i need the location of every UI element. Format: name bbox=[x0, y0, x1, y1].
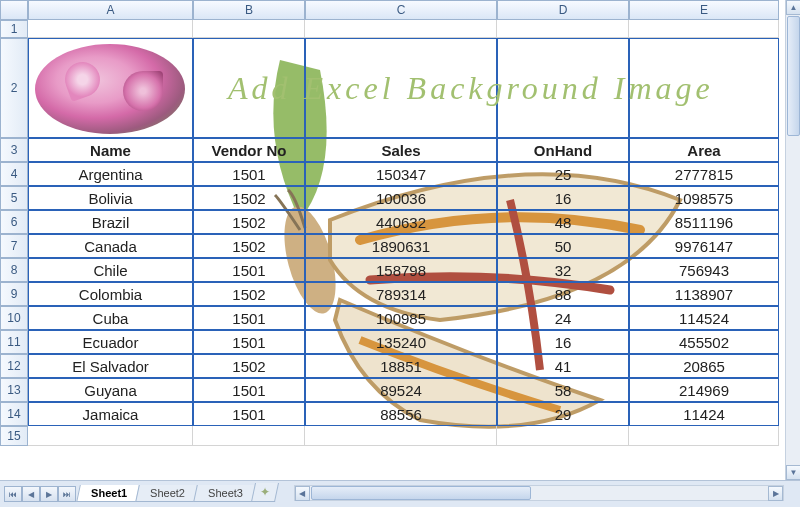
cell[interactable] bbox=[193, 426, 305, 446]
table-cell[interactable]: El Salvador bbox=[28, 354, 193, 378]
cell[interactable] bbox=[629, 38, 779, 138]
table-header-cell[interactable]: Name bbox=[28, 138, 193, 162]
worksheet-area[interactable]: ABCDE123NameVendor NoSalesOnHandArea4Arg… bbox=[0, 0, 785, 480]
table-cell[interactable]: 48 bbox=[497, 210, 629, 234]
sheet-tab[interactable]: Sheet2 bbox=[135, 485, 199, 502]
table-cell[interactable]: 11424 bbox=[629, 402, 779, 426]
table-cell[interactable]: Guyana bbox=[28, 378, 193, 402]
column-header[interactable]: E bbox=[629, 0, 779, 20]
table-cell[interactable]: 58 bbox=[497, 378, 629, 402]
table-cell[interactable]: 16 bbox=[497, 330, 629, 354]
table-cell[interactable]: Cuba bbox=[28, 306, 193, 330]
row-header[interactable]: 11 bbox=[0, 330, 28, 354]
row-header[interactable]: 15 bbox=[0, 426, 28, 446]
row-header[interactable]: 4 bbox=[0, 162, 28, 186]
cell[interactable] bbox=[305, 426, 497, 446]
horizontal-scroll-thumb[interactable] bbox=[311, 486, 531, 500]
vertical-scrollbar[interactable]: ▲ ▼ bbox=[785, 0, 800, 480]
table-cell[interactable]: 1138907 bbox=[629, 282, 779, 306]
table-cell[interactable]: 1502 bbox=[193, 186, 305, 210]
table-cell[interactable]: 50 bbox=[497, 234, 629, 258]
cell[interactable] bbox=[497, 426, 629, 446]
nav-last-icon[interactable]: ⏭ bbox=[58, 486, 76, 502]
table-cell[interactable]: 1501 bbox=[193, 162, 305, 186]
table-cell[interactable]: 1501 bbox=[193, 402, 305, 426]
table-cell[interactable]: Colombia bbox=[28, 282, 193, 306]
table-cell[interactable]: Jamaica bbox=[28, 402, 193, 426]
table-cell[interactable]: 114524 bbox=[629, 306, 779, 330]
nav-prev-icon[interactable]: ◀ bbox=[22, 486, 40, 502]
cell[interactable] bbox=[497, 38, 629, 138]
column-header[interactable]: A bbox=[28, 0, 193, 20]
cell[interactable] bbox=[305, 20, 497, 38]
table-cell[interactable]: Chile bbox=[28, 258, 193, 282]
new-sheet-button[interactable]: ✦ bbox=[251, 483, 279, 502]
table-cell[interactable]: 9976147 bbox=[629, 234, 779, 258]
cell[interactable] bbox=[629, 426, 779, 446]
table-cell[interactable]: 150347 bbox=[305, 162, 497, 186]
table-cell[interactable]: 1501 bbox=[193, 378, 305, 402]
horizontal-scrollbar[interactable]: ◀ ▶ bbox=[294, 485, 784, 501]
table-cell[interactable]: Ecuador bbox=[28, 330, 193, 354]
table-cell[interactable]: 8511196 bbox=[629, 210, 779, 234]
sheet-tab[interactable]: Sheet1 bbox=[76, 485, 142, 502]
table-cell[interactable]: 1501 bbox=[193, 258, 305, 282]
table-cell[interactable]: 29 bbox=[497, 402, 629, 426]
table-cell[interactable]: 1890631 bbox=[305, 234, 497, 258]
table-cell[interactable]: 1501 bbox=[193, 306, 305, 330]
table-cell[interactable]: 158798 bbox=[305, 258, 497, 282]
nav-next-icon[interactable]: ▶ bbox=[40, 486, 58, 502]
table-cell[interactable]: 88556 bbox=[305, 402, 497, 426]
table-cell[interactable]: 1502 bbox=[193, 282, 305, 306]
cell[interactable] bbox=[193, 38, 305, 138]
table-cell[interactable]: 100036 bbox=[305, 186, 497, 210]
table-header-cell[interactable]: OnHand bbox=[497, 138, 629, 162]
table-cell[interactable]: Brazil bbox=[28, 210, 193, 234]
row-header[interactable]: 9 bbox=[0, 282, 28, 306]
row-header[interactable]: 5 bbox=[0, 186, 28, 210]
table-cell[interactable]: 2777815 bbox=[629, 162, 779, 186]
scroll-down-arrow[interactable]: ▼ bbox=[786, 465, 800, 480]
table-cell[interactable]: 24 bbox=[497, 306, 629, 330]
row-header[interactable]: 3 bbox=[0, 138, 28, 162]
cell[interactable] bbox=[305, 38, 497, 138]
column-header[interactable]: B bbox=[193, 0, 305, 20]
table-cell[interactable]: 16 bbox=[497, 186, 629, 210]
table-header-cell[interactable]: Sales bbox=[305, 138, 497, 162]
row-header[interactable]: 2 bbox=[0, 38, 28, 138]
table-cell[interactable]: 756943 bbox=[629, 258, 779, 282]
table-cell[interactable]: Bolivia bbox=[28, 186, 193, 210]
table-cell[interactable]: 41 bbox=[497, 354, 629, 378]
select-all-corner[interactable] bbox=[0, 0, 28, 20]
row-header[interactable]: 1 bbox=[0, 20, 28, 38]
scroll-right-arrow[interactable]: ▶ bbox=[768, 486, 783, 501]
table-cell[interactable]: 25 bbox=[497, 162, 629, 186]
cell[interactable] bbox=[193, 20, 305, 38]
table-cell[interactable]: 20865 bbox=[629, 354, 779, 378]
table-cell[interactable]: 1502 bbox=[193, 354, 305, 378]
table-cell[interactable]: 789314 bbox=[305, 282, 497, 306]
row-header[interactable]: 10 bbox=[0, 306, 28, 330]
table-cell[interactable]: Argentina bbox=[28, 162, 193, 186]
column-header[interactable]: D bbox=[497, 0, 629, 20]
row-header[interactable]: 6 bbox=[0, 210, 28, 234]
table-cell[interactable]: 440632 bbox=[305, 210, 497, 234]
vertical-scroll-thumb[interactable] bbox=[787, 16, 800, 136]
sheet-tab[interactable]: Sheet3 bbox=[193, 485, 257, 502]
table-cell[interactable]: 1502 bbox=[193, 234, 305, 258]
table-cell[interactable]: 89524 bbox=[305, 378, 497, 402]
row-header[interactable]: 8 bbox=[0, 258, 28, 282]
table-cell[interactable]: 100985 bbox=[305, 306, 497, 330]
table-cell[interactable]: 455502 bbox=[629, 330, 779, 354]
table-cell[interactable]: 135240 bbox=[305, 330, 497, 354]
row-header[interactable]: 7 bbox=[0, 234, 28, 258]
row-header[interactable]: 12 bbox=[0, 354, 28, 378]
cell[interactable] bbox=[629, 20, 779, 38]
table-cell[interactable]: 1098575 bbox=[629, 186, 779, 210]
cell[interactable] bbox=[28, 20, 193, 38]
column-header[interactable]: C bbox=[305, 0, 497, 20]
table-cell[interactable]: 32 bbox=[497, 258, 629, 282]
table-header-cell[interactable]: Vendor No bbox=[193, 138, 305, 162]
table-cell[interactable]: 88 bbox=[497, 282, 629, 306]
cell[interactable] bbox=[28, 426, 193, 446]
